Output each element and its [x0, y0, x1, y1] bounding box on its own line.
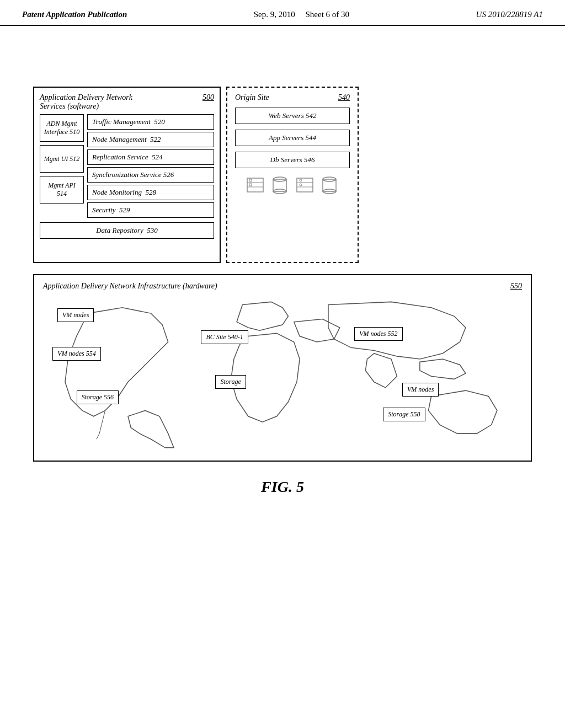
figure-label: FIG. 5: [33, 478, 532, 496]
storage-center-label: Storage: [215, 375, 246, 389]
adn-box-title: Application Delivery NetworkServices (so…: [40, 93, 214, 111]
server-icons-row: [235, 174, 350, 196]
infra-map-area: VM nodes VM nodes 554 Storage 556 BC Sit…: [43, 296, 522, 451]
svg-point-12: [300, 184, 302, 186]
main-content: Application Delivery NetworkServices (so…: [0, 31, 565, 507]
header-publication-label: Patent Application Publication: [22, 10, 127, 19]
data-repository: Data Repository 530: [40, 222, 214, 239]
adn-box-number: 500: [202, 93, 214, 111]
page-header: Patent Application Publication Sep. 9, 2…: [0, 0, 565, 26]
bc-site-label: BC Site 540-1: [201, 330, 248, 344]
infrastructure-box: Application Delivery Network Infrastruct…: [33, 274, 532, 462]
adn-mgmt-interface: ADN Mgmt Interface 510: [40, 114, 84, 142]
server-icon-2: [270, 174, 290, 196]
server-icon-3: [295, 174, 315, 196]
server-icon-1: [246, 174, 265, 196]
storage-558-label: Storage 558: [383, 408, 425, 421]
synchronization-service: Synchronization Service 526: [87, 167, 214, 183]
vm-nodes-552-label: VM nodes 552: [354, 327, 402, 341]
origin-site-title: Origin Site 540: [235, 93, 350, 102]
origin-site-box: Origin Site 540 Web Servers 542 App Serv…: [226, 87, 359, 263]
origin-site-label: Origin Site: [235, 93, 269, 102]
app-servers: App Servers 544: [235, 130, 350, 146]
web-servers: Web Servers 542: [235, 108, 350, 124]
node-management: Node Management 522: [87, 132, 214, 147]
origin-site-number: 540: [338, 93, 350, 102]
storage-556-label: Storage 556: [77, 390, 119, 404]
security: Security 529: [87, 202, 214, 218]
replication-service: Replication Service 524: [87, 149, 214, 165]
adn-inner-layout: ADN Mgmt Interface 510 Mgmt UI 512 Mgmt …: [40, 114, 214, 218]
top-diagram: Application Delivery NetworkServices (so…: [33, 87, 532, 263]
mgmt-ui: Mgmt UI 512: [40, 145, 84, 173]
adn-right-column: Traffic Management 520 Node Management 5…: [87, 114, 214, 218]
header-date-sheet: Sep. 9, 2010 Sheet 6 of 30: [254, 10, 349, 19]
svg-rect-4: [249, 184, 252, 186]
adn-software-box: Application Delivery NetworkServices (so…: [33, 87, 221, 263]
infra-title-text: Application Delivery Network Infrastruct…: [43, 282, 217, 291]
world-map-svg: [43, 296, 522, 451]
svg-rect-8: [297, 178, 313, 192]
infra-title-number: 550: [510, 282, 522, 291]
vm-nodes-top-left-label: VM nodes: [57, 308, 94, 322]
svg-rect-3: [249, 179, 252, 181]
db-servers: Db Servers 546: [235, 152, 350, 168]
infra-title: Application Delivery Network Infrastruct…: [43, 282, 522, 291]
mgmt-api: Mgmt API 514: [40, 176, 84, 204]
vm-nodes-right-label: VM nodes: [402, 383, 439, 397]
node-monitoring: Node Monitoring 528: [87, 185, 214, 200]
adn-left-column: ADN Mgmt Interface 510 Mgmt UI 512 Mgmt …: [40, 114, 84, 218]
header-date: Sep. 9, 2010: [254, 10, 295, 19]
traffic-management: Traffic Management 520: [87, 114, 214, 130]
header-sheet: Sheet 6 of 30: [306, 10, 350, 19]
vm-nodes-554-label: VM nodes 554: [52, 347, 100, 361]
server-icon-4: [320, 174, 339, 196]
header-patent-number: US 2010/228819 A1: [476, 10, 543, 19]
adn-box-title-text: Application Delivery NetworkServices (so…: [40, 93, 132, 111]
svg-point-11: [300, 179, 302, 181]
